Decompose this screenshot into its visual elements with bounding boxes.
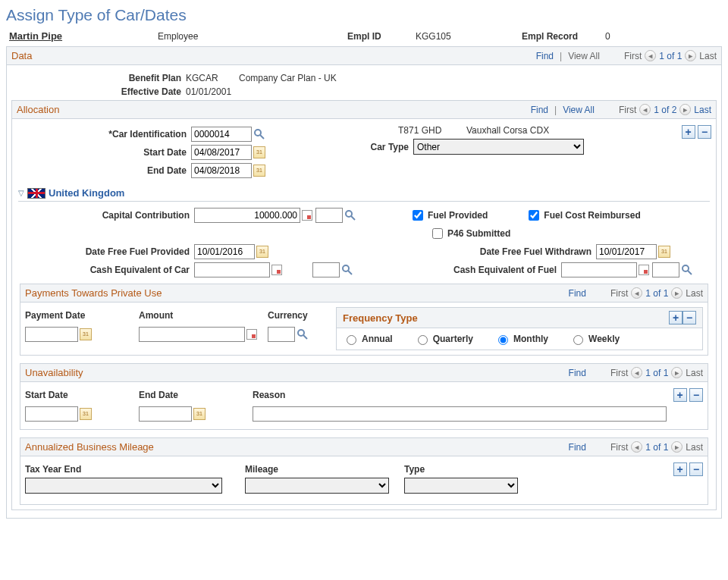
unavail-find-link[interactable]: Find — [569, 368, 586, 378]
data-section-body: Benefit Plan KGCAR Company Car Plan - UK… — [6, 65, 722, 519]
allocation-title: Allocation — [17, 104, 531, 115]
unavail-reason-input[interactable] — [253, 406, 667, 422]
cap-contrib-label: Capital Contribution — [20, 210, 194, 221]
payments-next-button[interactable]: ► — [671, 287, 682, 299]
mileage-type-select[interactable] — [404, 478, 518, 494]
alloc-next-button[interactable]: ► — [679, 104, 691, 115]
data-last-label[interactable]: Last — [699, 51, 717, 61]
unavail-start-input[interactable] — [25, 406, 78, 422]
unavail-end-calendar-icon[interactable]: 31 — [193, 408, 206, 420]
mileage-next-button[interactable]: ► — [671, 441, 682, 453]
unavail-end-input[interactable] — [139, 406, 192, 422]
cash-fuel-input[interactable] — [561, 262, 637, 277]
mileage-delete-row-button[interactable]: − — [689, 462, 703, 476]
start-date-input[interactable] — [191, 145, 252, 160]
benefit-plan-code: KGCAR — [186, 73, 239, 83]
alloc-viewall-link[interactable]: View All — [563, 105, 595, 115]
data-next-button[interactable]: ► — [685, 50, 696, 61]
mileage-add-row-button[interactable]: + — [673, 462, 687, 476]
car-type-select[interactable]: Other — [413, 139, 584, 155]
cash-fuel-label: Cash Equivalent of Fuel — [410, 265, 561, 275]
amount-input[interactable] — [139, 327, 245, 342]
data-section-bar: Data Find | View All First ◄ 1 of 1 ► La… — [6, 46, 722, 65]
alloc-delete-row-button[interactable]: − — [698, 125, 711, 139]
data-viewall-link[interactable]: View All — [568, 51, 600, 61]
fuel-reimbursed-checkbox[interactable] — [529, 210, 539, 221]
p46-label: P46 Submitted — [447, 228, 510, 239]
payments-prev-button[interactable]: ◄ — [631, 287, 642, 299]
alloc-first-label[interactable]: First — [619, 105, 636, 115]
unavail-start-calendar-icon[interactable]: 31 — [80, 408, 92, 420]
unavail-add-row-button[interactable]: + — [673, 388, 687, 402]
unavail-section-bar: Unavailability Find First ◄ 1 of 1 ► Las… — [20, 363, 708, 382]
cash-car-currency-input[interactable] — [312, 262, 340, 277]
cash-fuel-currency-input[interactable] — [652, 262, 679, 277]
fuel-provided-checkbox[interactable] — [413, 210, 423, 221]
alloc-add-row-button[interactable]: + — [682, 125, 695, 139]
alloc-prev-button[interactable]: ◄ — [639, 104, 651, 115]
freq-quarterly-option[interactable]: Quarterly — [414, 333, 473, 345]
payment-date-input[interactable] — [25, 327, 78, 342]
region-collapse-icon[interactable]: ▽ — [18, 189, 24, 197]
fuel-provided-date-calendar-icon[interactable]: 31 — [256, 246, 268, 258]
cash-car-currency-lookup-icon[interactable] — [341, 264, 353, 276]
cap-contrib-detail-icon[interactable] — [302, 210, 312, 221]
frequency-box: Frequency Type + − Annual Quarterly Mont… — [336, 307, 703, 350]
frequency-title: Frequency Type — [343, 312, 669, 324]
fuel-withdrawn-input[interactable] — [596, 244, 657, 259]
data-first-label[interactable]: First — [624, 51, 642, 61]
svg-point-0 — [255, 130, 261, 136]
empl-id-value: KGG105 — [416, 31, 522, 42]
cap-contrib-currency-lookup-icon[interactable] — [344, 209, 356, 221]
unavail-next-button[interactable]: ► — [671, 367, 682, 378]
tax-year-select[interactable] — [25, 478, 222, 494]
freq-annual-option[interactable]: Annual — [343, 333, 393, 345]
unavail-last-label[interactable]: Last — [686, 368, 703, 378]
cash-car-detail-icon[interactable] — [271, 265, 282, 275]
data-find-link[interactable]: Find — [536, 51, 554, 61]
alloc-find-link[interactable]: Find — [531, 105, 548, 115]
alloc-last-label[interactable]: Last — [694, 105, 711, 115]
fuel-provided-date-label: Date Free Fuel Provided — [20, 246, 194, 257]
employee-name: Martin Pipe — [6, 30, 158, 42]
car-id-lookup-icon[interactable] — [253, 128, 265, 140]
mileage-last-label[interactable]: Last — [686, 442, 703, 453]
start-date-calendar-icon[interactable]: 31 — [253, 146, 265, 158]
fuel-withdrawn-calendar-icon[interactable]: 31 — [658, 246, 670, 258]
fuel-withdrawn-label: Date Free Fuel Withdrawn — [444, 246, 596, 257]
svg-line-1 — [260, 135, 264, 139]
car-id-input[interactable] — [191, 127, 252, 142]
car-model: Vauxhall Corsa CDX — [466, 125, 549, 136]
currency-input[interactable] — [268, 327, 295, 342]
freq-monthly-option[interactable]: Monthly — [494, 333, 548, 345]
mileage-select[interactable] — [245, 478, 389, 494]
payments-first-label[interactable]: First — [610, 288, 628, 299]
currency-lookup-icon[interactable] — [297, 328, 309, 340]
mileage-find-link[interactable]: Find — [569, 442, 586, 453]
end-date-input[interactable] — [191, 163, 252, 178]
amount-detail-icon[interactable] — [246, 329, 257, 340]
cash-car-input[interactable] — [194, 262, 270, 277]
p46-checkbox[interactable] — [432, 228, 443, 239]
freq-weekly-option[interactable]: Weekly — [570, 333, 620, 345]
region-header[interactable]: ▽ United Kingdom — [18, 187, 710, 202]
data-prev-button[interactable]: ◄ — [645, 50, 656, 61]
mileage-prev-button[interactable]: ◄ — [631, 441, 642, 453]
unavail-prev-button[interactable]: ◄ — [631, 367, 642, 378]
unavail-delete-row-button[interactable]: − — [689, 388, 703, 402]
unavail-first-label[interactable]: First — [610, 368, 628, 378]
cap-contrib-currency-input[interactable] — [315, 208, 343, 223]
fuel-provided-date-input[interactable] — [194, 244, 255, 259]
payments-find-link[interactable]: Find — [569, 288, 586, 299]
end-date-calendar-icon[interactable]: 31 — [253, 165, 265, 177]
cash-fuel-currency-lookup-icon[interactable] — [681, 264, 693, 276]
payments-delete-row-button[interactable]: − — [682, 311, 696, 324]
cash-fuel-detail-icon[interactable] — [639, 265, 649, 275]
payment-date-calendar-icon[interactable]: 31 — [80, 328, 92, 340]
mileage-first-label[interactable]: First — [610, 442, 628, 453]
fuel-reimbursed-label: Fuel Cost Reimbursed — [544, 210, 640, 221]
mileage-body: Tax Year End Mileage Type + − — [20, 456, 708, 505]
cap-contrib-input[interactable] — [194, 208, 300, 223]
payments-last-label[interactable]: Last — [686, 288, 703, 299]
payments-add-row-button[interactable]: + — [669, 311, 682, 324]
